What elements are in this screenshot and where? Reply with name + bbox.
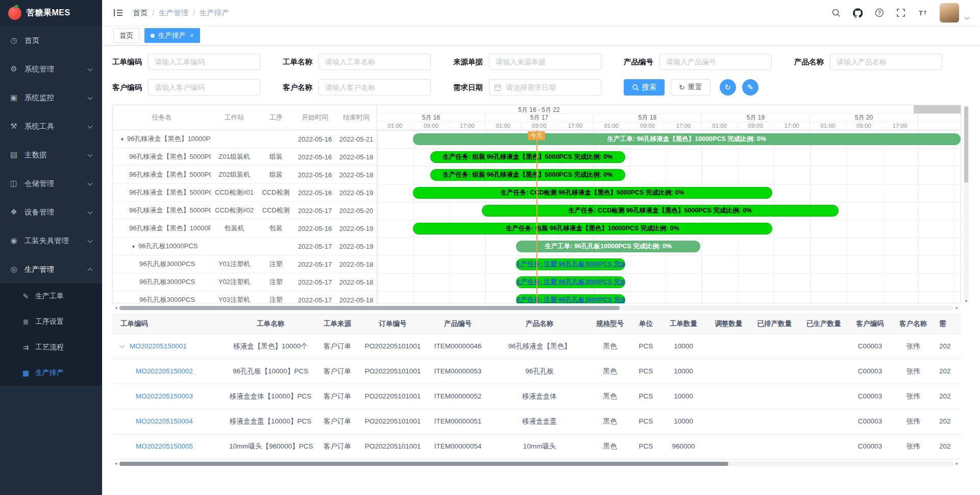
sidebar: 苦糖果MES ◷ 首页 ⚙ 系统管理 ▣ 系统监控 ⚒ 系统工具 ▤ 主数据 ◫ bbox=[0, 0, 102, 495]
sidebar-item-production-workorder[interactable]: ✎ 生产工单 bbox=[0, 284, 102, 309]
refresh-gantt-button[interactable]: ↻ bbox=[720, 79, 736, 96]
gantt-row-task[interactable]: 96孔移液盒【黑色】5000PCS Z02组装机 组装 2022-05-16 2… bbox=[113, 166, 377, 184]
close-tab-icon[interactable]: × bbox=[190, 32, 194, 39]
sidebar-item-fixture-management[interactable]: ◉ 工装夹具管理 bbox=[0, 226, 102, 255]
tab-home[interactable]: 首页 bbox=[113, 28, 139, 43]
workorder-link[interactable]: MO202205150001 bbox=[130, 342, 187, 350]
collapse-caret-icon[interactable]: ▼ bbox=[120, 137, 125, 142]
timeline-hour-filler bbox=[918, 122, 961, 130]
table-row[interactable]: MO202205150001 移液盒【黑色】10000个 客户订单 PO2022… bbox=[112, 334, 961, 359]
sidebar-item-system-monitor[interactable]: ▣ 系统监控 bbox=[0, 83, 102, 112]
search-icon bbox=[632, 84, 639, 91]
user-avatar[interactable] bbox=[940, 3, 959, 22]
chevron-down-icon bbox=[88, 209, 93, 215]
chevron-down-icon bbox=[88, 124, 93, 129]
gantt-row-task[interactable]: 96孔孔板3000PCS Y01注塑机 注塑 2022-05-17 2022-0… bbox=[113, 255, 377, 273]
fullscreen-icon[interactable] bbox=[896, 8, 905, 17]
gantt-row-task[interactable]: 96孔移液盒【黑色】10000PCS 包装机 包装 2022-05-16 202… bbox=[113, 220, 377, 238]
search-icon[interactable] bbox=[831, 8, 841, 17]
scroll-right-arrow-icon[interactable]: ► bbox=[953, 461, 961, 467]
scrollbar-track[interactable] bbox=[119, 461, 953, 466]
tab-production-scheduling[interactable]: 生产排产 × bbox=[144, 28, 200, 43]
workorder-link[interactable]: MO202205150005 bbox=[136, 442, 193, 450]
workorder-code-input[interactable] bbox=[148, 54, 260, 70]
sidebar-item-warehouse-management[interactable]: ◫ 仓储管理 bbox=[0, 169, 102, 198]
tags-view-bar: 首页 生产排产 × bbox=[102, 26, 980, 45]
gantt-row-task[interactable]: 96孔移液盒【黑色】5000PCS CCD检测#02 CCD检测 2022-05… bbox=[113, 202, 377, 220]
gantt-bar-task[interactable]: 生产任务: 包装 96孔移液盒【黑色】10000PCS 完成比例: 0% bbox=[413, 223, 772, 234]
breadcrumb-production-management[interactable]: 生产管理 bbox=[159, 8, 188, 18]
scroll-left-arrow-icon[interactable]: ◄ bbox=[112, 461, 119, 467]
gantt-vertical-scrollbar[interactable]: ▼ bbox=[964, 105, 969, 303]
lock-icon: ◉ bbox=[9, 236, 18, 245]
product-name-input[interactable] bbox=[830, 54, 942, 70]
tools-icon: ⚒ bbox=[9, 122, 18, 131]
table-row[interactable]: MO202205150004 移液盒盒盖【10000】PCS 客户订单 PO20… bbox=[112, 409, 961, 434]
scroll-down-arrow-icon[interactable]: ▼ bbox=[964, 299, 969, 303]
scrollbar-thumb[interactable] bbox=[119, 462, 728, 466]
scrollbar-thumb[interactable] bbox=[964, 106, 968, 183]
gantt-horizontal-scrollbar[interactable]: ◄ ► bbox=[112, 305, 961, 311]
collapse-sidebar-icon[interactable] bbox=[113, 8, 124, 17]
customer-code-input[interactable] bbox=[148, 79, 260, 96]
app-logo: 苦糖果MES bbox=[0, 0, 102, 26]
gantt-bar-task[interactable]: 生产任务: 组装 96孔移液盒【黑色】5000PCS 完成比例: 0% bbox=[430, 169, 625, 181]
filter-row-2: 客户编码 客户名称 需求日期 搜索 ↻ 重置 ↻ ✎ bbox=[112, 79, 961, 96]
gantt-row-task[interactable]: 96孔移液盒【黑色】5000PCS CCD检测#01 CCD检测 2022-05… bbox=[113, 184, 377, 202]
gantt-bar-task[interactable]: 生产任务: 注塑 96孔孔板3000PCS 完成 bbox=[516, 258, 625, 270]
scroll-left-arrow-icon[interactable]: ◄ bbox=[112, 305, 119, 311]
sidebar-item-process-flow[interactable]: ⇉ 工艺流程 bbox=[0, 335, 102, 360]
workorder-link[interactable]: MO202205150002 bbox=[136, 367, 193, 375]
gantt-bar-workorder[interactable]: 生产工单: 96孔移液盒【黑色】10000PCS 完成比例: 0% bbox=[413, 133, 961, 145]
sidebar-item-system-tools[interactable]: ⚒ 系统工具 bbox=[0, 112, 102, 140]
gantt-bar-task[interactable]: 生产任务: CCD检测 96孔移液盒【黑色】5000PCS 完成比例: 0% bbox=[413, 187, 772, 199]
sidebar-item-production-scheduling[interactable]: ▦ 生产排产 bbox=[0, 360, 102, 386]
gantt-bar-task[interactable]: 生产任务: 注塑 96孔孔板3000PCS 完成 bbox=[516, 276, 625, 288]
gantt-row-workorder[interactable]: ▼96孔孔板10000PCS 2022-05-17 2022-05-19 bbox=[113, 238, 377, 255]
gantt-bar-task[interactable]: 生产任务: 注塑 96孔孔板3000PCS 完成 bbox=[516, 294, 625, 303]
scrollbar-thumb[interactable] bbox=[119, 306, 620, 310]
search-button[interactable]: 搜索 bbox=[624, 79, 665, 96]
demand-date-input[interactable] bbox=[489, 79, 601, 96]
customer-name-input[interactable] bbox=[318, 79, 431, 96]
filter-workorder-name: 工单名称 bbox=[283, 54, 431, 70]
table-row[interactable]: MO202205150002 96孔孔板【10000】PCS 客户订单 PO20… bbox=[112, 359, 961, 384]
gantt-row-workorder[interactable]: ▼96孔移液盒【黑色】10000PCS 2022-05-16 2022-05-2… bbox=[113, 130, 377, 148]
sidebar-item-production-management[interactable]: ◎ 生产管理 bbox=[0, 255, 102, 284]
collapse-caret-icon[interactable]: ▼ bbox=[131, 244, 136, 249]
sidebar-item-label: 首页 bbox=[24, 36, 39, 45]
breadcrumb-home[interactable]: 首页 bbox=[133, 8, 148, 18]
table-horizontal-scrollbar[interactable]: ◄ ► bbox=[112, 461, 961, 467]
timeline-day-filler bbox=[918, 114, 961, 122]
product-code-input[interactable] bbox=[659, 54, 772, 70]
workorder-link[interactable]: MO202205150003 bbox=[136, 392, 193, 400]
gantt-row-task[interactable]: 96孔移液盒【黑色】5000PCS Z01组装机 组装 2022-05-16 2… bbox=[113, 148, 377, 166]
gantt-bar-task[interactable]: 生产任务: CCD检测 96孔移液盒【黑色】5000PCS 完成比例: 0% bbox=[482, 205, 839, 217]
gantt-row-task[interactable]: 96孔孔板3000PCS Y02注塑机 注塑 2022-05-17 2022-0… bbox=[113, 273, 377, 291]
sidebar-item-equipment-management[interactable]: ❖ 设备管理 bbox=[0, 198, 102, 226]
workorder-name-input[interactable] bbox=[318, 54, 431, 70]
sidebar-item-system-management[interactable]: ⚙ 系统管理 bbox=[0, 55, 102, 83]
workorder-link[interactable]: MO202205150004 bbox=[136, 417, 193, 425]
sidebar-item-home[interactable]: ◷ 首页 bbox=[0, 26, 102, 55]
gantt-row-task[interactable]: 96孔孔板3000PCS Y03注塑机 注塑 2022-05-17 2022-0… bbox=[113, 291, 377, 303]
expand-row-caret-icon[interactable] bbox=[120, 343, 125, 348]
table-row[interactable]: MO202205150003 移液盒盒体【10000】PCS 客户订单 PO20… bbox=[112, 384, 961, 409]
font-size-icon[interactable]: T bbox=[918, 8, 927, 17]
table-row[interactable]: MO202205150005 10mm吸头【960000】PCS 客户订单 PO… bbox=[112, 434, 961, 459]
github-icon[interactable] bbox=[853, 8, 863, 18]
gantt-bar-workorder[interactable]: 生产工单: 96孔孔板10000PCS 完成比例: 0% bbox=[516, 241, 700, 252]
reset-button[interactable]: ↻ 重置 bbox=[671, 79, 710, 96]
scroll-right-arrow-icon[interactable]: ► bbox=[953, 305, 961, 311]
gantt-bar-task[interactable]: 生产任务: 组装 96孔移液盒【黑色】5000PCS 完成比例: 0% bbox=[430, 151, 625, 163]
help-icon[interactable]: ? bbox=[875, 8, 884, 17]
user-menu-caret-icon[interactable] bbox=[965, 14, 970, 19]
sidebar-item-label: 仓储管理 bbox=[24, 179, 54, 188]
breadcrumb-production-scheduling[interactable]: 生产排产 bbox=[200, 8, 229, 18]
sidebar-item-process-settings[interactable]: ≣ 工序设置 bbox=[0, 309, 102, 335]
scrollbar-track[interactable] bbox=[119, 305, 953, 311]
sync-icon: ↻ bbox=[724, 83, 731, 92]
edit-schedule-button[interactable]: ✎ bbox=[742, 79, 758, 96]
source-doc-input[interactable] bbox=[489, 54, 601, 70]
sidebar-item-master-data[interactable]: ▤ 主数据 bbox=[0, 140, 102, 169]
